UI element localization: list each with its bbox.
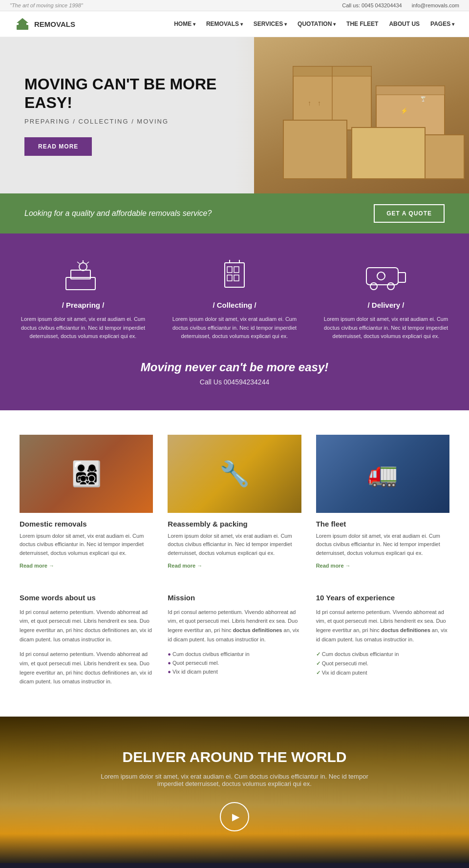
experience-list: Cum doctus civibus efficiantur in Quot p… (316, 650, 449, 677)
nav-pages[interactable]: PAGES (430, 21, 454, 27)
purple-cta-heading: Moving never can't be more easy! (15, 360, 454, 374)
tagline: "The art of moving since 1998" (10, 2, 83, 8)
boxes-illustration: ↑ ↑ ⚡ 🍸 (254, 37, 469, 193)
svg-line-19 (77, 262, 80, 264)
domestic-image (20, 435, 153, 513)
svg-text:🍸: 🍸 (420, 96, 426, 102)
video-section: DELIVER AROUND THE WORLD Lorem ipsum dol… (0, 717, 469, 863)
packing-read-more[interactable]: Read more → (168, 563, 202, 569)
fleet-read-more[interactable]: Read more → (316, 563, 351, 569)
preparing-icon (61, 258, 105, 292)
domestic-desc: Lorem ipsum dolor sit amet, vix erat aud… (20, 532, 153, 558)
fleet-desc: Lorem ipsum dolor sit amet, vix erat aud… (316, 532, 449, 558)
logo[interactable]: REMOVALS (15, 16, 75, 32)
header: REMOVALS HOME REMOVALS SERVICES QUOTATIO… (0, 11, 469, 37)
mission-list: Cum doctus civibus efficiantur in Quot p… (168, 650, 301, 676)
feature-domestic: Domestic removals Lorem ipsum dolor sit … (20, 435, 153, 569)
video-heading: DELIVER AROUND THE WORLD (88, 749, 381, 765)
svg-rect-24 (227, 275, 232, 281)
logo-icon (15, 16, 30, 32)
about-para1: Id pri consul aeterno petentium. Vivendo… (20, 608, 153, 644)
about-para2: Id pri consul aeterno petentium. Vivendo… (20, 650, 153, 686)
about-title: Some words about us (20, 593, 153, 602)
info-section: Some words about us Id pri consul aetern… (0, 593, 469, 717)
experience-text: Id pri consul aeterno petentium. Vivendo… (316, 608, 449, 644)
purple-cta: Moving never can't be more easy! Call Us… (15, 360, 454, 386)
services-grid: / Preapring / Lorem ipsum dolor sit amet… (15, 258, 454, 341)
nav-quotation[interactable]: QUOTATION (298, 21, 336, 27)
svg-text:⚡: ⚡ (401, 107, 408, 114)
features-section: Domestic removals Lorem ipsum dolor sit … (0, 410, 469, 593)
service-delivery-desc: Lorem ipsum dolor sit amet, vix erat aud… (318, 315, 454, 341)
service-preparing-desc: Lorem ipsum dolor sit amet, vix erat aud… (15, 315, 151, 341)
svg-text:↑: ↑ (318, 99, 321, 107)
mission-list-item-2: Quot persecuti mel. (168, 658, 301, 667)
box-stack-image: ↑ ↑ ⚡ 🍸 (254, 37, 469, 193)
service-collecting: / Collecting / Lorem ipsum dolor sit ame… (166, 258, 303, 341)
nav-services[interactable]: SERVICES (254, 21, 287, 27)
purple-cta-phone: Call Us 004594234244 (15, 378, 454, 386)
svg-rect-10 (425, 135, 464, 179)
hero-subheading: PREPARING / COLLECTING / MOVING (24, 118, 230, 125)
svg-rect-22 (227, 267, 232, 273)
packing-desc: Lorem ipsum dolor sit amet, vix erat aud… (168, 532, 301, 558)
green-banner: Looking for a quality and affordable rem… (0, 193, 469, 233)
mission-list-item-1: Cum doctus civibus efficiantur in (168, 650, 301, 658)
svg-point-17 (79, 263, 87, 271)
main-nav: HOME REMOVALS SERVICES QUOTATION THE FLE… (174, 21, 454, 27)
top-bar: "The art of moving since 1998" Call us: … (0, 0, 469, 11)
service-collecting-desc: Lorem ipsum dolor sit amet, vix erat aud… (166, 315, 303, 341)
mission-text: Id pri consul aeterno petentium. Vivendo… (168, 608, 301, 644)
hero-cta-button[interactable]: READ MORE (24, 137, 92, 156)
nav-home[interactable]: HOME (174, 21, 195, 27)
mission-col: Mission Id pri consul aeterno petentium.… (168, 593, 301, 693)
nav-removals[interactable]: REMOVALS (206, 21, 243, 27)
svg-rect-23 (234, 267, 239, 273)
packing-title: Reassembly & packing (168, 520, 301, 528)
service-preparing-title: / Preapring / (15, 301, 151, 309)
service-delivery: / Delivery / Lorem ipsum dolor sit amet,… (318, 258, 454, 341)
mission-highlight: doctus definitiones (233, 627, 282, 633)
footer: About Us Id pri consul aeterno petentium… (0, 863, 469, 868)
play-button[interactable] (220, 802, 249, 831)
svg-line-20 (86, 262, 89, 264)
domestic-title: Domestic removals (20, 520, 153, 528)
svg-rect-9 (352, 127, 425, 179)
experience-title: 10 Years of experience (316, 593, 449, 602)
svg-point-31 (387, 283, 394, 290)
svg-text:↑: ↑ (308, 99, 311, 107)
svg-rect-29 (398, 273, 405, 282)
service-delivery-title: / Delivery / (318, 301, 454, 309)
domestic-read-more[interactable]: Read more → (20, 563, 54, 569)
svg-rect-7 (376, 86, 445, 95)
get-quote-button[interactable]: GET A QUOTE (374, 204, 445, 223)
svg-point-30 (370, 283, 377, 290)
phone-label: Call us: 0045 043204434 (342, 2, 402, 8)
hero-content: MOVING CAN'T BE MORE EASY! PREPARING / C… (0, 45, 254, 186)
hero-image: ↑ ↑ ⚡ 🍸 (254, 37, 469, 193)
video-content: DELIVER AROUND THE WORLD Lorem ipsum dol… (88, 749, 381, 831)
mission-list-item-3: Vix id dicam putent (168, 667, 301, 676)
nav-about-us[interactable]: ABOUT US (389, 21, 420, 27)
experience-list-item-1: Cum doctus civibus efficiantur in (316, 650, 449, 659)
nav-the-fleet[interactable]: THE FLEET (346, 21, 378, 27)
experience-list-item-3: Vix id dicam putent (316, 668, 449, 677)
hero-heading: MOVING CAN'T BE MORE EASY! (24, 75, 230, 112)
hero-section: MOVING CAN'T BE MORE EASY! PREPARING / C… (0, 37, 469, 193)
logo-text: REMOVALS (34, 20, 75, 28)
fleet-image (316, 435, 449, 513)
delivery-icon (364, 258, 408, 292)
purple-section: / Preapring / Lorem ipsum dolor sit amet… (0, 233, 469, 410)
service-collecting-title: / Collecting / (166, 301, 303, 309)
packing-image (168, 435, 301, 513)
fleet-title: The fleet (316, 520, 449, 528)
svg-rect-28 (366, 268, 398, 285)
experience-list-item-2: Quot persecuti mel. (316, 659, 449, 668)
feature-packing: Reassembly & packing Lorem ipsum dolor s… (168, 435, 301, 569)
svg-rect-8 (283, 120, 347, 179)
green-banner-text: Looking for a quality and affordable rem… (24, 209, 212, 218)
svg-marker-2 (17, 18, 28, 23)
feature-fleet: The fleet Lorem ipsum dolor sit amet, vi… (316, 435, 449, 569)
service-preparing: / Preapring / Lorem ipsum dolor sit amet… (15, 258, 151, 341)
mission-title: Mission (168, 593, 301, 602)
